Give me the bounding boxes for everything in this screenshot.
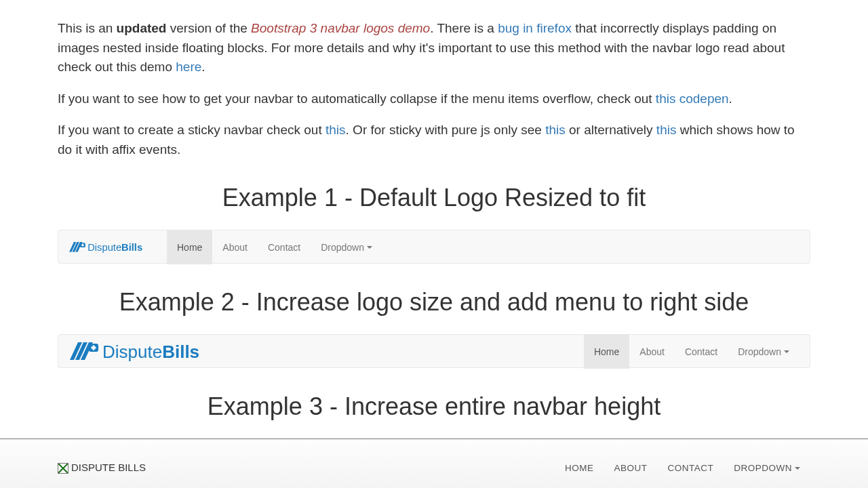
nav-contact[interactable]: Contact	[675, 335, 728, 369]
nav-home[interactable]: HOME	[555, 439, 604, 488]
nav-list-right: Home About Contact Dropdown	[584, 335, 800, 369]
brand-logo-broken[interactable]: DISPUTE BILLS	[58, 439, 146, 488]
brand-logo[interactable]	[68, 335, 235, 369]
intro-paragraph-1: This is an updated version of the Bootst…	[58, 19, 810, 77]
link-codepen[interactable]: this codepen	[656, 92, 729, 106]
chevron-down-icon	[367, 246, 372, 249]
heading-example-1: Example 1 - Default Logo Resized to fit	[58, 180, 810, 216]
nav-about[interactable]: About	[629, 335, 675, 369]
chevron-down-icon	[784, 350, 789, 353]
nav-dropdown[interactable]: Dropdown	[728, 335, 800, 369]
nav-dropdown[interactable]: Dropdown	[311, 230, 382, 264]
navbar-example-3: DISPUTE BILLS HOME ABOUT CONTACT DROPDOW…	[0, 439, 868, 488]
brand-alt-text: DISPUTE BILLS	[71, 460, 146, 476]
heading-example-2: Example 2 - Increase logo size and add m…	[58, 284, 810, 321]
disputebills-logo-icon	[68, 340, 224, 364]
demo-title-em: Bootstrap 3 navbar logos demo	[251, 21, 430, 35]
navbar-example-2: Home About Contact Dropdown	[58, 334, 810, 368]
chevron-down-icon	[795, 467, 800, 470]
nav-home[interactable]: Home	[584, 335, 629, 369]
nav-home[interactable]: Home	[167, 230, 212, 264]
nav-list: Home About Contact Dropdown	[167, 230, 382, 264]
nav-contact[interactable]: Contact	[258, 230, 311, 264]
heading-example-3: Example 3 - Increase entire navbar heigh…	[58, 388, 810, 425]
intro-paragraph-3: If you want to create a sticky navbar ch…	[58, 121, 810, 159]
intro-paragraph-2: If you want to see how to get your navba…	[58, 89, 810, 109]
disputebills-logo-icon	[68, 240, 157, 255]
link-here[interactable]: here	[176, 60, 201, 74]
broken-image-icon: DISPUTE BILLS	[58, 460, 146, 476]
nav-dropdown[interactable]: DROPDOWN	[724, 439, 810, 488]
nav-contact[interactable]: CONTACT	[658, 439, 724, 488]
link-bug-firefox[interactable]: bug in firefox	[498, 21, 572, 35]
link-sticky-1[interactable]: this	[326, 123, 346, 137]
nav-about[interactable]: ABOUT	[604, 439, 657, 488]
nav-list-right: HOME ABOUT CONTACT DROPDOWN	[555, 439, 810, 488]
image-placeholder-icon	[58, 463, 68, 474]
link-sticky-2[interactable]: this	[545, 123, 566, 137]
nav-about[interactable]: About	[212, 230, 258, 264]
brand-logo[interactable]	[68, 230, 167, 264]
link-sticky-3[interactable]: this	[656, 123, 677, 137]
navbar-example-1: Home About Contact Dropdown	[58, 230, 810, 264]
